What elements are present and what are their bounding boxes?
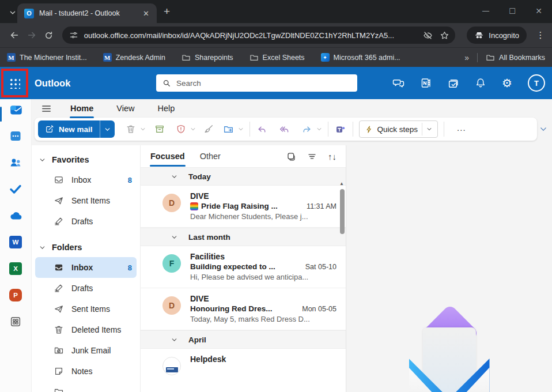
teams-chat-button[interactable]	[392, 77, 404, 89]
back-button[interactable]	[6, 27, 23, 44]
folder-inbox[interactable]: Inbox 8	[35, 257, 137, 278]
helpdesk-logo	[166, 367, 178, 372]
new-tab-button[interactable]: +	[164, 5, 170, 18]
chevron-down-icon	[316, 126, 322, 132]
rail-todo-button[interactable]	[9, 182, 22, 196]
bookmark-star-icon[interactable]	[440, 31, 449, 40]
reply-all-icon	[279, 124, 290, 135]
bookmark-item[interactable]: M Zendesk Admin	[103, 53, 165, 62]
folder-pane-toggle-button[interactable]	[41, 103, 52, 114]
quick-steps-button[interactable]: Quick steps	[359, 120, 438, 138]
delete-dropdown[interactable]	[139, 121, 147, 137]
forward-button[interactable]	[300, 121, 315, 137]
sweep-button[interactable]	[201, 121, 216, 137]
url-bar[interactable]: outlook.office.com/mail/inbox/id/AAQkADR…	[62, 27, 455, 44]
email-row[interactable]: D DIVE Pride Flag Raising ... 11:31 AM D…	[141, 186, 346, 228]
rail-people-button[interactable]	[9, 156, 22, 169]
search-input[interactable]	[176, 79, 351, 88]
move-to-button[interactable]	[221, 121, 236, 137]
email-row[interactable]: Helpdesk	[141, 349, 346, 382]
tab-close-icon[interactable]: ✕	[140, 8, 152, 19]
select-messages-button[interactable]	[286, 152, 296, 161]
favorite-drafts[interactable]: Drafts	[32, 211, 140, 232]
reply-button[interactable]	[255, 121, 270, 137]
divider	[249, 122, 250, 137]
quick-steps-dropdown[interactable]	[422, 123, 435, 135]
bookmarks-overflow-chevron[interactable]: »	[464, 53, 469, 62]
account-avatar[interactable]: T	[528, 74, 545, 92]
more-commands-button[interactable]: ...	[449, 123, 474, 136]
new-mail-button[interactable]: New mail	[38, 120, 100, 138]
archive-button[interactable]	[152, 121, 167, 137]
window-minimize-button[interactable]: —	[472, 0, 499, 22]
scrollbar-thumb[interactable]	[340, 189, 345, 234]
report-dropdown[interactable]	[189, 121, 197, 137]
inbox-icon	[54, 175, 64, 185]
report-button[interactable]	[173, 121, 188, 137]
filter-button[interactable]	[307, 152, 317, 161]
browser-tab[interactable]: O Mail - tstudent2 - Outlook ✕	[17, 3, 157, 23]
site-settings-icon[interactable]	[69, 31, 78, 40]
rail-mail-button[interactable]	[9, 103, 22, 116]
collapse-ribbon-button[interactable]	[537, 120, 550, 138]
folder-partial[interactable]	[32, 382, 140, 392]
folder-notes[interactable]: Notes	[32, 361, 140, 382]
all-bookmarks-button[interactable]: All Bookmarks	[486, 53, 545, 62]
delete-button[interactable]	[123, 121, 138, 137]
delete-icon	[126, 124, 136, 134]
app-launcher-button[interactable]	[0, 67, 29, 99]
folder-deleted-items[interactable]: Deleted Items	[32, 319, 140, 340]
email-row[interactable]: F Facilities Building expected to ... Sa…	[141, 246, 346, 288]
tab-help[interactable]: Help	[156, 103, 176, 114]
bookmark-folder[interactable]: Excel Sheets	[249, 53, 305, 62]
incognito-icon	[474, 31, 484, 40]
forward-dropdown[interactable]	[315, 121, 323, 137]
tab-view[interactable]: View	[115, 103, 135, 114]
window-close-button[interactable]: ✕	[525, 0, 552, 22]
reload-button[interactable]	[40, 27, 58, 44]
new-mail-dropdown[interactable]	[100, 120, 115, 138]
group-header-today[interactable]: Today	[141, 167, 346, 186]
favorite-sent-items[interactable]: Sent Items	[32, 190, 140, 211]
email-row[interactable]: D DIVE Honouring Red Dres... Mon 05-05 T…	[141, 288, 346, 330]
scrollbar-up-arrow[interactable]: ▲	[339, 181, 344, 186]
browser-menu-button[interactable]: ⋮	[535, 30, 546, 40]
rail-onedrive-button[interactable]	[9, 209, 22, 223]
folder-junk-email[interactable]: Junk Email	[32, 340, 140, 361]
forward-button[interactable]	[23, 27, 40, 44]
window-maximize-button[interactable]: ☐	[499, 0, 525, 22]
share-to-teams-button[interactable]	[333, 121, 348, 137]
reply-all-button[interactable]	[277, 121, 292, 137]
notifications-bell-button[interactable]	[475, 77, 486, 89]
rail-more-apps-button[interactable]	[9, 315, 22, 329]
search-bar[interactable]	[156, 74, 357, 92]
tab-home[interactable]: Home	[69, 103, 94, 114]
move-to-dropdown[interactable]	[237, 121, 245, 137]
rail-excel-button[interactable]: X	[9, 262, 22, 276]
group-header-last-month[interactable]: Last month	[141, 228, 346, 246]
reading-pane	[346, 145, 552, 392]
rail-calendar-button[interactable]	[9, 129, 22, 143]
bookmark-label: Sharepoints	[195, 54, 233, 62]
folder-drafts[interactable]: Drafts	[32, 278, 140, 299]
avatar: F	[162, 254, 181, 273]
folders-section-header[interactable]: Folders	[32, 238, 140, 257]
bookmark-item[interactable]: M The Michener Instit...	[7, 53, 87, 62]
bookmark-folder[interactable]: Sharepoints	[182, 53, 233, 62]
rail-word-button[interactable]: W	[9, 235, 22, 249]
favorites-section-header[interactable]: Favorites	[32, 150, 140, 169]
sort-icon[interactable]: ↑↓	[328, 152, 337, 161]
tab-focused[interactable]: Focused	[150, 150, 186, 162]
rail-powerpoint-button[interactable]: P	[9, 288, 22, 302]
chevron-down-icon	[9, 9, 16, 16]
todo-button[interactable]	[447, 77, 459, 89]
eye-off-icon[interactable]	[423, 31, 433, 40]
window-controls: — ☐ ✕	[472, 0, 552, 22]
bookmark-item[interactable]: ✦ Microsoft 365 admi...	[321, 53, 400, 62]
folder-sent-items[interactable]: Sent Items	[32, 299, 140, 319]
settings-gear-button[interactable]: ⚙	[502, 77, 512, 89]
favorite-inbox[interactable]: Inbox 8	[32, 169, 140, 190]
tab-other[interactable]: Other	[199, 150, 221, 162]
group-header-april[interactable]: April	[141, 330, 346, 349]
onenote-button[interactable]	[420, 77, 432, 89]
